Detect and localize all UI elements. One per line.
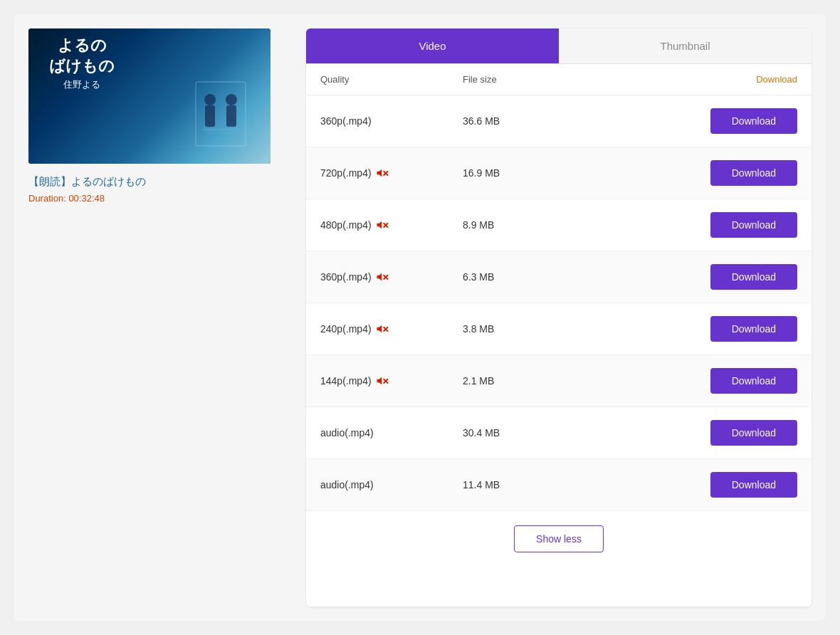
svg-marker-13 xyxy=(377,273,382,281)
svg-marker-19 xyxy=(377,377,382,385)
svg-marker-7 xyxy=(377,169,382,177)
download-cell: Download xyxy=(591,160,797,186)
filesize-cell: 30.4 MB xyxy=(463,427,591,439)
quality-text: 360p(.mp4) xyxy=(320,271,372,283)
download-button[interactable]: Download xyxy=(710,420,797,446)
svg-rect-4 xyxy=(226,105,236,127)
quality-text: audio(.mp4) xyxy=(320,479,374,490)
download-cell: Download xyxy=(591,420,797,446)
download-cell: Download xyxy=(591,368,797,394)
quality-text: 240p(.mp4) xyxy=(320,323,372,335)
filesize-cell: 8.9 MB xyxy=(463,219,591,231)
table-row: 360p(.mp4) 6.3 MBDownload xyxy=(306,251,812,303)
video-duration: Duration: 00:32:48 xyxy=(28,193,285,204)
filesize-cell: 11.4 MB xyxy=(463,479,591,490)
svg-marker-16 xyxy=(377,325,382,333)
table-row: 144p(.mp4) 2.1 MBDownload xyxy=(306,355,812,407)
table-row: 480p(.mp4) 8.9 MBDownload xyxy=(306,199,812,251)
table-row: 240p(.mp4) 3.8 MBDownload xyxy=(306,303,812,355)
main-container: よるの ばけもの 住野よる 【朗読】 xyxy=(14,14,826,621)
filesize-cell: 3.8 MB xyxy=(463,323,591,335)
download-button[interactable]: Download xyxy=(710,160,797,186)
table-header: Quality File size Download xyxy=(306,64,812,95)
filesize-cell: 2.1 MB xyxy=(463,375,591,387)
thumbnail-title-text: よるの ばけもの 住野よる xyxy=(36,36,128,91)
left-panel: よるの ばけもの 住野よる 【朗読】 xyxy=(28,28,285,607)
svg-rect-2 xyxy=(205,105,215,127)
download-cell: Download xyxy=(591,212,797,238)
header-quality: Quality xyxy=(320,74,463,85)
tab-thumbnail[interactable]: Thumbnail xyxy=(559,28,812,63)
quality-text: audio(.mp4) xyxy=(320,427,374,439)
video-thumbnail: よるの ばけもの 住野よる xyxy=(28,28,271,164)
download-button[interactable]: Download xyxy=(710,212,797,238)
right-panel: Video Thumbnail Quality File size Downlo… xyxy=(306,28,812,607)
thumbnail-silhouette xyxy=(192,78,249,149)
download-button[interactable]: Download xyxy=(710,264,797,290)
download-cell: Download xyxy=(591,472,797,498)
download-button[interactable]: Download xyxy=(710,108,797,134)
download-cell: Download xyxy=(591,316,797,342)
header-download: Download xyxy=(591,74,797,85)
filesize-cell: 16.9 MB xyxy=(463,167,591,179)
rows-container: 360p(.mp4)36.6 MBDownload720p(.mp4) 16.9… xyxy=(306,95,812,511)
show-less-container: Show less xyxy=(306,511,812,567)
quality-text: 144p(.mp4) xyxy=(320,375,372,387)
quality-cell: 360p(.mp4) xyxy=(320,115,463,127)
download-cell: Download xyxy=(591,108,797,134)
download-button[interactable]: Download xyxy=(710,368,797,394)
quality-text: 480p(.mp4) xyxy=(320,219,372,231)
quality-cell: audio(.mp4) xyxy=(320,427,463,439)
filesize-cell: 6.3 MB xyxy=(463,271,591,283)
tab-bar: Video Thumbnail xyxy=(306,28,812,64)
quality-cell: 720p(.mp4) xyxy=(320,167,463,179)
download-button[interactable]: Download xyxy=(710,472,797,498)
video-title: 【朗読】よるのばけもの xyxy=(28,175,285,189)
table-row: 360p(.mp4)36.6 MBDownload xyxy=(306,95,812,147)
filesize-cell: 36.6 MB xyxy=(463,115,591,127)
svg-rect-5 xyxy=(203,128,238,131)
muted-icon xyxy=(376,322,389,335)
download-button[interactable]: Download xyxy=(710,316,797,342)
muted-icon xyxy=(376,167,389,179)
svg-point-3 xyxy=(226,94,237,105)
tab-video[interactable]: Video xyxy=(306,28,559,63)
duration-value: 00:32:48 xyxy=(68,193,105,204)
quality-cell: audio(.mp4) xyxy=(320,479,463,490)
quality-cell: 480p(.mp4) xyxy=(320,219,463,231)
svg-rect-0 xyxy=(196,82,246,146)
muted-icon xyxy=(376,374,389,387)
quality-cell: 144p(.mp4) xyxy=(320,374,463,387)
svg-point-1 xyxy=(204,94,216,105)
table-row: audio(.mp4)11.4 MBDownload xyxy=(306,459,812,511)
svg-rect-6 xyxy=(206,132,235,134)
quality-text: 360p(.mp4) xyxy=(320,115,372,127)
duration-label: Duration: xyxy=(28,193,66,204)
muted-icon xyxy=(376,219,389,231)
quality-cell: 360p(.mp4) xyxy=(320,271,463,283)
download-cell: Download xyxy=(591,264,797,290)
muted-icon xyxy=(376,271,389,283)
show-less-button[interactable]: Show less xyxy=(514,525,604,552)
header-filesize: File size xyxy=(463,74,591,85)
table-row: audio(.mp4)30.4 MBDownload xyxy=(306,407,812,459)
table-row: 720p(.mp4) 16.9 MBDownload xyxy=(306,147,812,199)
quality-text: 720p(.mp4) xyxy=(320,167,372,179)
quality-cell: 240p(.mp4) xyxy=(320,322,463,335)
svg-marker-10 xyxy=(377,221,382,229)
